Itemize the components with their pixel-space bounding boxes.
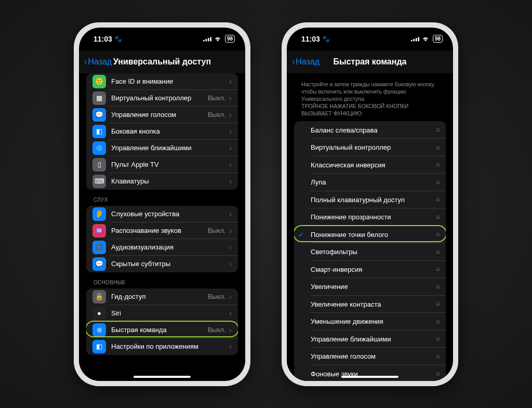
settings-group-general: 🔒Гид-доступВыкл.›●Siri›⊛Быстрая командаВ… xyxy=(86,288,238,355)
section-header-general: ОСНОВНЫЕ xyxy=(86,272,238,288)
shortcut-row[interactable]: Лупа≡ xyxy=(294,174,446,191)
chevron-right-icon: › xyxy=(229,127,232,136)
drag-handle-icon[interactable]: ≡ xyxy=(436,213,440,221)
paw-icon: 🐾 xyxy=(114,35,122,43)
svg-rect-3 xyxy=(210,37,211,41)
svg-rect-6 xyxy=(416,38,417,41)
shortcut-row[interactable]: Светофильтры≡ xyxy=(294,243,446,261)
settings-row[interactable]: 🔒Гид-доступВыкл.› xyxy=(86,288,238,305)
settings-row[interactable]: ♒Распознавание звуковВыкл.› xyxy=(86,222,238,239)
drag-handle-icon[interactable]: ≡ xyxy=(436,178,440,187)
shortcut-row[interactable]: Баланс слева/справа≡ xyxy=(294,121,446,139)
settings-row[interactable]: ⌨Клавиатуры› xyxy=(86,173,238,190)
shortcut-label: Виртуальный контроллер xyxy=(311,143,436,151)
shortcut-row[interactable]: Уменьшение движения≡ xyxy=(294,313,446,331)
row-icon: ⌨ xyxy=(92,175,106,188)
row-label: Клавиатуры xyxy=(111,177,229,185)
shortcut-row[interactable]: Понижение прозрачности≡ xyxy=(294,208,446,226)
chevron-right-icon: › xyxy=(229,226,232,235)
chevron-left-icon: ‹ xyxy=(292,57,295,67)
shortcut-row[interactable]: Увеличение контраста≡ xyxy=(294,295,446,313)
svg-rect-4 xyxy=(411,40,413,41)
settings-row[interactable]: ▯Пульт Apple TV› xyxy=(86,156,238,173)
settings-row[interactable]: ▦Виртуальный контроллерВыкл.› xyxy=(86,90,238,107)
row-label: Слуховые устройства xyxy=(111,210,229,218)
shortcut-row[interactable]: Смарт-инверсия≡ xyxy=(294,260,446,278)
chevron-right-icon: › xyxy=(229,309,232,318)
drag-handle-icon[interactable]: ≡ xyxy=(436,300,440,308)
home-indicator[interactable] xyxy=(134,376,191,378)
shortcut-label: Управление голосом xyxy=(311,352,436,360)
shortcut-list: Баланс слева/справа≡Виртуальный контролл… xyxy=(294,121,446,380)
battery-indicator: 98 xyxy=(225,35,235,43)
settings-row[interactable]: ◧Боковая кнопка› xyxy=(86,123,238,140)
back-button[interactable]: ‹ Назад xyxy=(84,57,112,67)
shortcut-label: Уменьшение движения xyxy=(311,318,436,325)
settings-row[interactable]: 🙂Face ID и внимание› xyxy=(86,73,238,90)
drag-handle-icon[interactable]: ≡ xyxy=(436,265,440,273)
drag-handle-icon[interactable]: ≡ xyxy=(436,248,440,256)
shortcut-label: Светофильтры xyxy=(311,248,436,256)
section-description: Настройте и затем трижды нажмите боковую… xyxy=(294,73,446,122)
wifi-icon xyxy=(421,35,430,43)
settings-row[interactable]: ◧Настройки по приложениям› xyxy=(86,338,238,355)
wifi-icon xyxy=(214,35,222,43)
shortcut-label: Понижение точки белого xyxy=(311,231,436,239)
row-icon: ◧ xyxy=(92,340,106,353)
row-value: Выкл. xyxy=(208,293,226,300)
shortcut-row[interactable]: Полный клавиатурный доступ≡ xyxy=(294,191,446,208)
settings-row[interactable]: ⊛Быстрая командаВыкл.› xyxy=(86,322,238,338)
shortcut-row[interactable]: Виртуальный контроллер≡ xyxy=(294,139,446,156)
shortcut-row[interactable]: Классическая инверсия≡ xyxy=(294,156,446,174)
row-icon: ♒ xyxy=(92,224,106,238)
settings-row[interactable]: 💬Управление голосомВыкл.› xyxy=(86,107,238,123)
settings-row[interactable]: ●Siri› xyxy=(86,305,238,322)
svg-rect-1 xyxy=(205,39,207,41)
drag-handle-icon[interactable]: ≡ xyxy=(436,335,440,343)
drag-handle-icon[interactable]: ≡ xyxy=(436,230,440,239)
chevron-right-icon: › xyxy=(229,110,232,120)
svg-rect-2 xyxy=(208,38,209,41)
chevron-right-icon: › xyxy=(229,77,232,86)
phone-mockup-left: 11:03 🐾 98 ‹ Назад Универсальный доступ … xyxy=(74,22,250,386)
chevron-right-icon: › xyxy=(229,177,232,186)
scroll-content[interactable]: 🙂Face ID и внимание›▦Виртуальный контрол… xyxy=(79,73,245,381)
chevron-right-icon: › xyxy=(229,94,232,103)
battery-indicator: 98 xyxy=(433,35,443,43)
shortcut-row[interactable]: ✓Понижение точки белого≡ xyxy=(294,226,446,243)
paw-icon: 🐾 xyxy=(322,35,330,43)
shortcut-row[interactable]: Управление голосом≡ xyxy=(294,348,446,365)
row-icon: ◧ xyxy=(92,125,106,138)
shortcut-label: Управление ближайшими xyxy=(311,335,436,343)
row-label: Быстрая команда xyxy=(111,326,208,334)
row-icon: 💬 xyxy=(92,108,106,122)
home-indicator[interactable] xyxy=(341,376,398,378)
chevron-right-icon: › xyxy=(229,292,232,301)
shortcut-label: Смарт-инверсия xyxy=(311,266,436,273)
drag-handle-icon[interactable]: ≡ xyxy=(436,143,440,152)
shortcut-label: Лупа xyxy=(311,178,436,186)
row-value: Выкл. xyxy=(208,326,226,334)
drag-handle-icon[interactable]: ≡ xyxy=(436,283,440,291)
nav-bar: ‹ Назад Быстрая команда xyxy=(287,50,453,73)
chevron-right-icon: › xyxy=(229,160,232,169)
shortcut-row[interactable]: Управление ближайшими≡ xyxy=(294,330,446,348)
settings-row[interactable]: ⦾Управление ближайшими› xyxy=(86,140,238,156)
settings-row[interactable]: 💬Скрытые субтитры› xyxy=(86,256,238,272)
check-icon: ✓ xyxy=(298,230,304,239)
drag-handle-icon[interactable]: ≡ xyxy=(436,352,440,361)
back-button[interactable]: ‹ Назад xyxy=(292,57,320,67)
shortcut-row[interactable]: Фоновые звуки≡ xyxy=(294,365,446,380)
shortcut-row[interactable]: Увеличение≡ xyxy=(294,278,446,296)
row-label: Виртуальный контроллер xyxy=(111,94,208,102)
row-icon: ▦ xyxy=(92,91,106,105)
phone-mockup-right: 11:03 🐾 98 ‹ Назад Быстрая команда Настр… xyxy=(282,22,458,386)
drag-handle-icon[interactable]: ≡ xyxy=(436,161,440,169)
drag-handle-icon[interactable]: ≡ xyxy=(436,126,440,134)
drag-handle-icon[interactable]: ≡ xyxy=(436,370,440,378)
drag-handle-icon[interactable]: ≡ xyxy=(436,318,440,326)
settings-row[interactable]: 👂Слуховые устройства› xyxy=(86,206,238,222)
drag-handle-icon[interactable]: ≡ xyxy=(436,195,440,204)
scroll-content[interactable]: Настройте и затем трижды нажмите боковую… xyxy=(287,73,453,381)
settings-row[interactable]: 🎧Аудиовизуализация› xyxy=(86,239,238,256)
